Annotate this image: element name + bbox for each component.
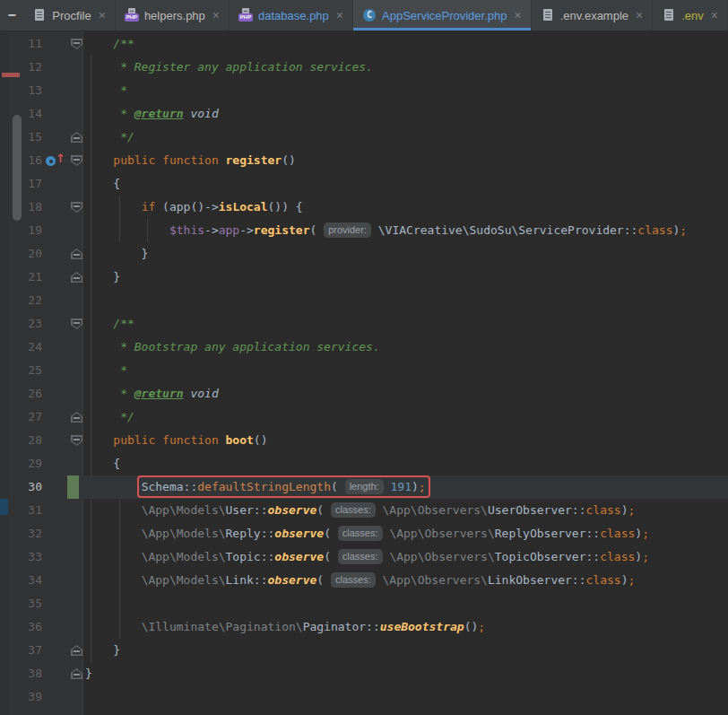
- fold-marker-up-icon[interactable]: [71, 645, 82, 656]
- code-token: * Bootstrap any application services.: [85, 340, 380, 353]
- code-token: void: [184, 107, 219, 120]
- code-token: \App\Observers\: [389, 527, 494, 540]
- close-tab-icon[interactable]: ×: [515, 9, 522, 22]
- code-line-17: 17 {: [0, 172, 728, 196]
- code-token: public function: [113, 433, 225, 447]
- code-token: Schema::: [142, 480, 198, 493]
- close-tab-icon[interactable]: ×: [636, 9, 643, 22]
- code-token: [85, 527, 142, 540]
- editor-tab-bar: − Procfile×PHPhelpers.php×PHPdatabase.ph…: [0, 0, 728, 31]
- parameter-hint: classes:: [338, 526, 383, 541]
- code-token: Topic::: [226, 550, 275, 563]
- code-line-text: }: [85, 242, 148, 266]
- code-line-text: * Register any application services.: [85, 56, 373, 79]
- code-token: [85, 573, 142, 587]
- line-number: 31: [0, 499, 42, 522]
- code-line-22: 22: [0, 289, 728, 312]
- code-line-text: {: [85, 452, 120, 475]
- code-line-text: */: [85, 126, 134, 149]
- fold-marker-up-icon[interactable]: [71, 412, 82, 423]
- tab-procfile[interactable]: Procfile×: [23, 0, 116, 31]
- line-number: 28: [0, 429, 42, 452]
- parameter-hint: classes:: [338, 549, 383, 564]
- code-token: ()) {: [268, 200, 303, 214]
- code-line-33: 33 \App\Models\Topic::observe( classes: …: [0, 545, 728, 569]
- line-number: 18: [0, 196, 42, 219]
- code-editor-area[interactable]: 11 /**12 * Register any application serv…: [0, 31, 728, 715]
- code-token: [85, 433, 113, 447]
- code-token: }: [85, 643, 120, 657]
- code-line-12: 12 * Register any application services.: [0, 56, 728, 79]
- fold-marker-down-icon[interactable]: [71, 318, 82, 329]
- code-token: }: [85, 667, 92, 680]
- close-tab-icon[interactable]: ×: [212, 9, 220, 22]
- fold-marker-up-icon[interactable]: [71, 249, 82, 259]
- fold-marker-down-icon[interactable]: [71, 155, 82, 166]
- code-line-text: if (app()->isLocal()) {: [85, 196, 303, 219]
- code-token: * Register any application services.: [85, 60, 373, 74]
- line-number: 30: [0, 475, 42, 499]
- code-token: /**: [85, 317, 134, 330]
- code-token: LinkObserver::: [488, 573, 586, 587]
- line-number: 39: [0, 685, 42, 709]
- code-token: @return: [134, 387, 184, 400]
- code-token: [85, 620, 142, 633]
- tab-helpers-php[interactable]: PHPhelpers.php×: [116, 0, 230, 31]
- code-token: [376, 573, 383, 587]
- code-token: observe: [274, 527, 324, 540]
- fold-marker-down-icon[interactable]: [71, 435, 82, 446]
- code-token: (: [324, 550, 338, 563]
- code-token: {: [85, 457, 120, 470]
- text-file-icon: [662, 8, 676, 22]
- close-tab-icon[interactable]: ×: [336, 9, 343, 22]
- fold-marker-down-icon[interactable]: [71, 202, 82, 213]
- tab-appserviceprovider-php[interactable]: CAppServiceProvider.php×: [353, 0, 532, 31]
- code-token: ): [635, 527, 642, 540]
- line-number: 34: [0, 569, 42, 592]
- code-line-11: 11 /**: [0, 32, 728, 56]
- code-token: TopicObserver::: [495, 550, 600, 563]
- minimize-icon[interactable]: −: [0, 0, 23, 31]
- close-tab-icon[interactable]: ×: [99, 9, 106, 22]
- code-line-16: 16↑ public function register(): [0, 149, 728, 172]
- code-line-text: public function boot(): [85, 429, 268, 452]
- code-token: [85, 153, 113, 167]
- line-number: 32: [0, 522, 42, 545]
- line-number: 14: [0, 102, 42, 126]
- code-token: Reply::: [226, 527, 275, 540]
- fold-marker-up-icon[interactable]: [71, 272, 82, 283]
- code-token: class: [586, 503, 621, 517]
- code-token: ): [621, 503, 628, 517]
- active-tab-underline: [353, 28, 531, 31]
- close-tab-icon[interactable]: ×: [711, 9, 718, 22]
- code-line-text: \App\Models\Topic::observe( classes: \Ap…: [85, 545, 649, 569]
- code-line-text: * @return void: [85, 382, 219, 405]
- fold-marker-up-icon[interactable]: [71, 668, 82, 679]
- code-line-text: /**: [85, 312, 134, 336]
- code-line-38: 38}: [0, 662, 728, 685]
- change-marker: [67, 475, 79, 499]
- code-token: (: [324, 527, 338, 540]
- line-number: 17: [0, 172, 42, 196]
- tab-env[interactable]: .env×: [653, 0, 728, 31]
- code-token: ): [412, 480, 419, 493]
- override-method-icon[interactable]: ↑: [46, 155, 64, 167]
- line-number: 38: [0, 662, 42, 685]
- line-number: 26: [0, 382, 42, 405]
- code-token: *: [85, 83, 127, 97]
- parameter-hint: provider:: [324, 222, 371, 238]
- fold-marker-down-icon[interactable]: [71, 39, 82, 49]
- line-number: 37: [0, 639, 42, 662]
- code-token: ;: [628, 573, 636, 587]
- tab-env-example[interactable]: .env.example×: [532, 0, 654, 31]
- code-line-text: }: [85, 662, 92, 685]
- code-line-26: 26 * @return void: [0, 382, 728, 405]
- fold-marker-up-icon[interactable]: [71, 132, 82, 143]
- code-token: [85, 550, 142, 563]
- tab-database-php[interactable]: PHPdatabase.php×: [230, 0, 353, 31]
- code-token: if: [142, 200, 162, 214]
- code-token: (app()->: [162, 200, 219, 214]
- code-token: */: [85, 130, 134, 144]
- code-line-text: Schema::defaultStringLength( length: 191…: [85, 475, 430, 499]
- text-file-icon: [32, 8, 47, 22]
